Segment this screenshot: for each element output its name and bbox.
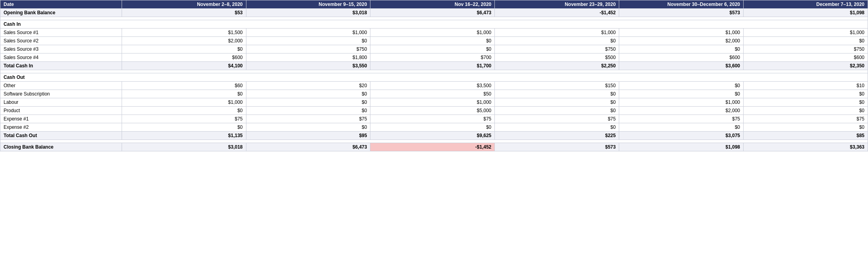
table-header: Date November 2–8, 2020 November 9–15, 2… [0, 0, 868, 9]
cash-out-row-4-col4: $75 [495, 115, 619, 123]
spacer-3 [0, 140, 868, 143]
total-cash-out-col3: $9,625 [370, 132, 495, 140]
header-col6: December 7–13, 2020 [744, 0, 868, 9]
total-cash-out-col5: $3,075 [619, 132, 744, 140]
cash-out-row-1-col3: $50 [370, 90, 495, 98]
header-col1: November 2–8, 2020 [122, 0, 246, 9]
cash-out-row-5-col5: $0 [619, 123, 744, 132]
cash-out-row-1-col1: $0 [122, 90, 246, 98]
spacer-1 [0, 17, 868, 20]
cash-in-row-1-col1: $2,000 [122, 37, 246, 45]
cash-out-row-1: Software Subscription $0 $0 $50 $0 $0 $0 [0, 90, 868, 98]
cash-out-row-2-label: Labour [0, 98, 122, 107]
cash-out-row-2-col6: $0 [744, 98, 868, 107]
cash-out-row-3-col1: $0 [122, 107, 246, 115]
cash-out-row-3-col6: $0 [744, 107, 868, 115]
cash-in-row-1-col2: $0 [246, 37, 370, 45]
cash-in-header-row: Cash In [0, 20, 868, 29]
cash-out-row-1-col2: $0 [246, 90, 370, 98]
opening-balance-col5: $573 [619, 9, 744, 17]
cash-out-row-4-col3: $75 [370, 115, 495, 123]
cash-in-row-2-col5: $0 [619, 45, 744, 53]
cash-in-row-3-label: Sales Source #4 [0, 53, 122, 62]
cash-in-row-2-col1: $0 [122, 45, 246, 53]
cash-in-row-3-col3: $700 [370, 53, 495, 62]
total-cash-out-col6: $85 [744, 132, 868, 140]
cash-out-row-2: Labour $1,000 $0 $1,000 $0 $1,000 $0 [0, 98, 868, 107]
total-cash-in-col3: $1,700 [370, 62, 495, 70]
header-col4: November 23–29, 2020 [495, 0, 619, 9]
total-cash-out-col4: $225 [495, 132, 619, 140]
cash-in-row-3-col1: $600 [122, 53, 246, 62]
cash-out-row-5: Expense #2 $0 $0 $0 $0 $0 $0 [0, 123, 868, 132]
total-cash-out-label: Total Cash Out [0, 132, 122, 140]
cash-out-row-1-col4: $0 [495, 90, 619, 98]
cash-in-row-3-col6: $600 [744, 53, 868, 62]
cash-in-row-0-col2: $1,000 [246, 29, 370, 37]
cash-in-row-3: Sales Source #4 $600 $1,800 $700 $500 $6… [0, 53, 868, 62]
cash-in-row-3-col2: $1,800 [246, 53, 370, 62]
cash-out-row-2-col1: $1,000 [122, 98, 246, 107]
cash-out-row-5-col2: $0 [246, 123, 370, 132]
cash-out-row-2-col3: $1,000 [370, 98, 495, 107]
cash-in-row-1-col4: $0 [495, 37, 619, 45]
cash-out-row-0-col4: $150 [495, 82, 619, 90]
cash-in-row-1: Sales Source #2 $2,000 $0 $0 $0 $2,000 $… [0, 37, 868, 45]
cash-out-row-5-col1: $0 [122, 123, 246, 132]
closing-balance-col5: $1,098 [619, 143, 744, 151]
header-col5: November 30–December 6, 2020 [619, 0, 744, 9]
cash-out-row-4-col2: $75 [246, 115, 370, 123]
cash-in-row-2-col2: $750 [246, 45, 370, 53]
cash-out-row-4-col5: $75 [619, 115, 744, 123]
opening-balance-row: Opening Bank Balance $53 $3,018 $6,473 -… [0, 9, 868, 17]
cash-out-row-0-col2: $20 [246, 82, 370, 90]
cash-in-row-1-col3: $0 [370, 37, 495, 45]
cash-in-row-2-label: Sales Source #3 [0, 45, 122, 53]
cash-out-row-4-label: Expense #1 [0, 115, 122, 123]
cash-in-row-2: Sales Source #3 $0 $750 $0 $750 $0 $750 [0, 45, 868, 53]
closing-balance-col3: -$1,452 [370, 143, 495, 151]
cash-in-row-2-col3: $0 [370, 45, 495, 53]
header-col2: November 9–15, 2020 [246, 0, 370, 9]
cash-out-row-0-col1: $60 [122, 82, 246, 90]
cash-in-row-0-col6: $1,000 [744, 29, 868, 37]
cash-out-row-5-label: Expense #2 [0, 123, 122, 132]
closing-balance-col2: $6,473 [246, 143, 370, 151]
cash-out-row-0-col6: $10 [744, 82, 868, 90]
cash-out-row-1-label: Software Subscription [0, 90, 122, 98]
closing-balance-row: Closing Bank Balance $3,018 $6,473 -$1,4… [0, 143, 868, 151]
cash-in-row-3-col4: $500 [495, 53, 619, 62]
total-cash-in-col4: $2,250 [495, 62, 619, 70]
cash-out-row-4: Expense #1 $75 $75 $75 $75 $75 $75 [0, 115, 868, 123]
opening-balance-col3: $6,473 [370, 9, 495, 17]
opening-balance-col4: -$1,452 [495, 9, 619, 17]
cash-out-row-3-col2: $0 [246, 107, 370, 115]
cash-out-row-0-col5: $0 [619, 82, 744, 90]
total-cash-in-col1: $4,100 [122, 62, 246, 70]
cash-out-row-2-col2: $0 [246, 98, 370, 107]
cash-in-row-3-col5: $600 [619, 53, 744, 62]
cash-out-row-5-col3: $0 [370, 123, 495, 132]
spacer-2 [0, 70, 868, 73]
cash-out-header-row: Cash Out [0, 73, 868, 82]
cash-out-row-3-col3: $5,000 [370, 107, 495, 115]
cash-out-row-2-col4: $0 [495, 98, 619, 107]
cash-in-row-0-col5: $1,000 [619, 29, 744, 37]
cash-out-row-3-label: Product [0, 107, 122, 115]
cash-out-row-4-col6: $75 [744, 115, 868, 123]
opening-balance-label: Opening Bank Balance [0, 9, 122, 17]
cash-in-row-0: Sales Source #1 $1,500 $1,000 $1,000 $1,… [0, 29, 868, 37]
total-cash-out-col2: $95 [246, 132, 370, 140]
cash-in-row-2-col6: $750 [744, 45, 868, 53]
cash-out-row-3: Product $0 $0 $5,000 $0 $2,000 $0 [0, 107, 868, 115]
header-col3: Nov 16–22, 2020 [370, 0, 495, 9]
cash-out-row-3-col4: $0 [495, 107, 619, 115]
cash-in-row-0-col4: $1,000 [495, 29, 619, 37]
cash-in-row-1-col5: $2,000 [619, 37, 744, 45]
header-date-label: Date [0, 0, 122, 9]
closing-balance-label: Closing Bank Balance [0, 143, 122, 151]
cash-in-header-label: Cash In [0, 20, 868, 29]
cash-out-row-0-col3: $3,500 [370, 82, 495, 90]
cash-out-row-1-col5: $0 [619, 90, 744, 98]
total-cash-in-col5: $3,600 [619, 62, 744, 70]
